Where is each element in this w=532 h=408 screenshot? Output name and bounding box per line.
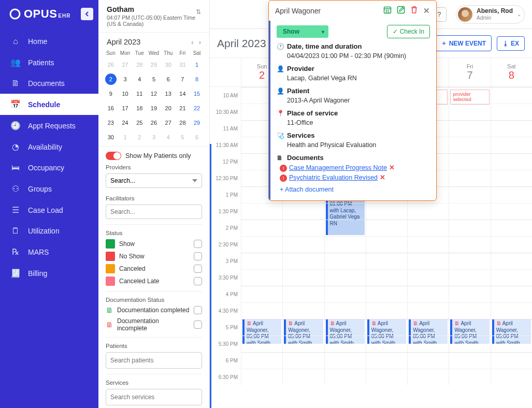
calendar-event[interactable]: 🗎April Wagoner, 05:00 PMwith Smith,	[492, 319, 531, 344]
time-label: 3:30 PM	[210, 269, 241, 286]
mini-cal-day[interactable]: 27	[161, 117, 176, 128]
status-checkbox[interactable]	[194, 265, 202, 273]
mini-cal-day[interactable]: 9	[104, 88, 118, 99]
nav-item-occupancy[interactable]: 🛏Occupancy	[0, 157, 98, 178]
new-event-button[interactable]: ＋NEW EVENT	[435, 35, 492, 51]
calendar-event[interactable]: 🗎April Wagoner, 05:00 PMwith Smith,	[367, 319, 406, 344]
show-my-patients-toggle[interactable]	[106, 152, 121, 160]
mini-cal-day[interactable]: 5	[147, 74, 161, 85]
mini-cal-day[interactable]: 20	[161, 103, 176, 114]
mini-cal-day[interactable]: 29	[147, 59, 161, 70]
remove-doc-icon[interactable]: ✕	[389, 164, 395, 171]
week-day-header[interactable]: Fri7	[449, 58, 490, 86]
mini-cal-day[interactable]: 21	[176, 103, 190, 114]
status-checkbox[interactable]	[194, 277, 202, 285]
mini-cal-day[interactable]: 1	[118, 132, 133, 143]
mini-cal-day[interactable]: 25	[132, 117, 147, 128]
facilitators-search[interactable]	[106, 205, 202, 219]
status-checkbox[interactable]	[194, 240, 202, 248]
delete-icon[interactable]	[410, 6, 418, 16]
status-dropdown[interactable]: Show▾	[277, 25, 328, 38]
status-checkbox[interactable]	[194, 252, 202, 260]
calendar-event[interactable]: 🗎April Wagoner, 05:00 PMwith Smith,	[242, 319, 281, 344]
nav-item-mars[interactable]: ℞MARS	[0, 241, 98, 263]
mini-cal-day[interactable]: 3	[118, 74, 133, 85]
nav-collapse-button[interactable]	[81, 8, 93, 20]
location-dropdown-icon[interactable]: ⇅	[196, 8, 201, 16]
nav-item-appt-requests[interactable]: 🕘Appt Requests	[0, 115, 98, 136]
mini-cal-day[interactable]: 28	[132, 59, 147, 70]
nav-item-patients[interactable]: 👥Patients	[0, 52, 98, 73]
remove-doc-icon[interactable]: ✕	[380, 174, 385, 181]
nav-item-case-load[interactable]: ☰Case Load	[0, 199, 98, 221]
mini-cal-day[interactable]: 3	[147, 132, 161, 143]
nav-item-documents[interactable]: 🗎Documents	[0, 73, 98, 94]
mini-cal-day[interactable]: 14	[176, 88, 190, 99]
time-label: 5 PM	[210, 319, 241, 336]
attach-document-link[interactable]: + Attach document	[277, 183, 430, 193]
mini-cal-day[interactable]: 10	[118, 88, 133, 99]
user-name: Abenis, Rod	[477, 8, 513, 14]
user-menu[interactable]: Abenis, Rod Admin ⌄	[456, 5, 525, 24]
mini-cal-day[interactable]: 29	[190, 117, 204, 128]
patients-search[interactable]	[106, 352, 202, 369]
mini-cal-day[interactable]: 28	[176, 117, 190, 128]
mini-cal-prev-icon[interactable]: ‹	[191, 38, 193, 46]
mini-cal-day[interactable]: 23	[104, 117, 118, 128]
calendar-event[interactable]: 🗎April Wagoner, 05:00 PMwith Smith,	[326, 319, 365, 344]
mini-cal-day[interactable]: 4	[132, 74, 147, 85]
mini-cal-day[interactable]: 6	[190, 132, 204, 143]
doc-status-checkbox[interactable]	[194, 320, 202, 329]
mini-cal-day[interactable]: 12	[147, 88, 161, 99]
calendar-event[interactable]: 🗎April Wagoner, 05:00 PMwith Smith,	[450, 319, 489, 344]
check-in-button[interactable]: ✓ Check In	[387, 25, 430, 38]
nav-item-billing[interactable]: 🧾Billing	[0, 263, 98, 284]
mini-cal-day[interactable]: 18	[132, 103, 147, 114]
mini-cal-day[interactable]: 19	[147, 103, 161, 114]
location-header[interactable]: Gotham 04:07 PM (UTC-05:00) Eastern Time…	[98, 0, 209, 33]
mini-cal-day[interactable]: 13	[161, 88, 176, 99]
mini-cal-day[interactable]: 11	[132, 88, 147, 99]
mini-cal-day[interactable]: 22	[190, 103, 204, 114]
mini-cal-day[interactable]: 2	[105, 74, 117, 85]
mini-cal-day[interactable]: 1	[190, 59, 204, 70]
mini-cal-day[interactable]: 4	[161, 132, 176, 143]
document-link-2[interactable]: Psychiatric Evaluation Revised	[289, 174, 378, 181]
mini-cal-day[interactable]: 8	[190, 74, 204, 85]
nav-label: Availability	[28, 143, 62, 151]
mini-cal-day[interactable]: 26	[147, 117, 161, 128]
nav-item-utilization[interactable]: 🗒Utilization	[0, 221, 98, 241]
close-icon[interactable]: ✕	[423, 6, 430, 16]
mini-cal-day[interactable]: 16	[104, 103, 118, 114]
reschedule-icon[interactable]: 31	[383, 6, 392, 16]
nav-item-groups[interactable]: ⚇Groups	[0, 178, 98, 199]
providers-search[interactable]: Search...	[106, 173, 202, 188]
week-day-header[interactable]: Sat8	[491, 58, 532, 86]
mini-cal-day[interactable]: 30	[104, 132, 118, 143]
mini-cal-day[interactable]: 27	[118, 59, 133, 70]
nav-item-home[interactable]: ⌂Home	[0, 31, 98, 52]
nav-item-schedule[interactable]: 📅Schedule	[0, 94, 98, 115]
document-link-1[interactable]: Case Management Progress Note	[289, 164, 387, 171]
mini-cal-day[interactable]: 17	[118, 103, 133, 114]
mini-cal-day[interactable]: 30	[161, 59, 176, 70]
mini-cal-day[interactable]: 26	[104, 59, 118, 70]
mini-cal-day[interactable]: 5	[176, 132, 190, 143]
pending-icon: !	[280, 165, 287, 172]
mini-cal-day[interactable]: 6	[161, 74, 176, 85]
services-search[interactable]	[106, 389, 202, 405]
edit-icon[interactable]	[397, 6, 405, 16]
svg-text:31: 31	[385, 9, 390, 13]
mini-cal-day[interactable]: 31	[176, 59, 190, 70]
calendar-event[interactable]: 🗎April Wagoner, 05:00 PMwith Smith,	[284, 319, 323, 344]
mini-cal-next-icon[interactable]: ›	[199, 38, 201, 46]
export-button[interactable]: ⭳EX	[497, 36, 525, 51]
mini-cal-day[interactable]: 15	[190, 88, 204, 99]
mini-cal-day[interactable]: 7	[176, 74, 190, 85]
nav-item-availability[interactable]: ◔Availability	[0, 136, 98, 157]
location-timezone: 04:07 PM (UTC-05:00) Eastern Time (US & …	[107, 14, 201, 27]
doc-status-checkbox[interactable]	[194, 306, 202, 314]
calendar-event[interactable]: 🗎April Wagoner, 05:00 PMwith Smith,	[409, 319, 448, 344]
mini-cal-day[interactable]: 2	[132, 132, 147, 143]
mini-cal-day[interactable]: 24	[118, 117, 133, 128]
